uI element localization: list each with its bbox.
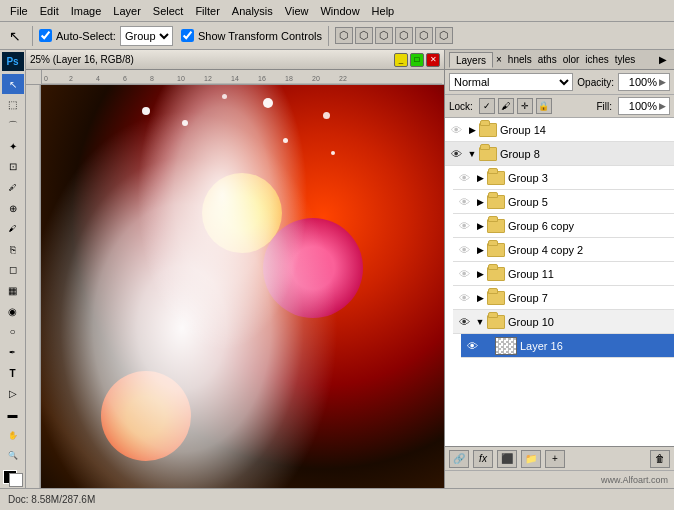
new-layer-btn[interactable]: + <box>545 450 565 468</box>
menu-window[interactable]: Window <box>314 3 365 19</box>
color-swatches[interactable] <box>2 469 24 488</box>
pen-tool[interactable]: ✒ <box>2 343 24 363</box>
hand-tool[interactable]: ✋ <box>2 425 24 445</box>
layer-item-group7[interactable]: 👁 ▶ Group 7 <box>453 286 674 310</box>
background-color[interactable] <box>9 473 23 487</box>
opacity-field[interactable]: ▶ <box>618 73 670 91</box>
layer-item-group3[interactable]: 👁 ▶ Group 3 <box>453 166 674 190</box>
layer-eye-layer16[interactable]: 👁 <box>463 337 481 355</box>
tab-channels[interactable]: × <box>493 53 505 66</box>
lock-image-btn[interactable]: 🖌 <box>498 98 514 114</box>
fill-field[interactable]: ▶ <box>618 97 670 115</box>
opacity-input[interactable] <box>619 76 659 88</box>
align-bottom-btn[interactable]: ⬡ <box>435 27 453 44</box>
delete-layer-btn[interactable]: 🗑 <box>650 450 670 468</box>
canvas-image[interactable]: www.ALFOART.COM <box>41 85 444 488</box>
layer-arrow-layer16[interactable]: ▶ <box>481 339 495 353</box>
stamp-tool[interactable] <box>2 240 24 260</box>
menu-image[interactable]: Image <box>65 3 108 19</box>
eyedropper-tool[interactable]: 🖋 <box>2 178 24 198</box>
text-tool[interactable]: T <box>2 363 24 383</box>
menu-analysis[interactable]: Analysis <box>226 3 279 19</box>
layer-arrow-group14[interactable]: ▶ <box>465 123 479 137</box>
blur-tool[interactable] <box>2 301 24 321</box>
menu-filter[interactable]: Filter <box>189 3 225 19</box>
align-left-btn[interactable]: ⬡ <box>335 27 353 44</box>
layer-arrow-group11[interactable]: ▶ <box>473 267 487 281</box>
tab-channels-label[interactable]: hnels <box>505 53 535 66</box>
layer-arrow-group4copy2[interactable]: ▶ <box>473 243 487 257</box>
layer-arrow-group7[interactable]: ▶ <box>473 291 487 305</box>
layer-item-group6copy[interactable]: 👁 ▶ Group 6 copy <box>453 214 674 238</box>
crop-tool[interactable] <box>2 157 24 177</box>
tab-paths[interactable]: aths <box>535 53 560 66</box>
align-top-btn[interactable]: ⬡ <box>395 27 413 44</box>
layer-eye-group8[interactable]: 👁 <box>447 145 465 163</box>
layer-eye-group7[interactable]: 👁 <box>455 289 473 307</box>
menu-select[interactable]: Select <box>147 3 190 19</box>
layer-item-group4copy2[interactable]: 👁 ▶ Group 4 copy 2 <box>453 238 674 262</box>
layer-arrow-group3[interactable]: ▶ <box>473 171 487 185</box>
gradient-tool[interactable]: ▦ <box>2 281 24 301</box>
layer-eye-group11[interactable]: 👁 <box>455 265 473 283</box>
fill-stepper[interactable]: ▶ <box>659 101 666 111</box>
tab-swatches[interactable]: iches <box>582 53 611 66</box>
magic-wand-tool[interactable] <box>2 136 24 156</box>
brush-tool[interactable]: 🖌 <box>2 219 24 239</box>
layer-eye-group5[interactable]: 👁 <box>455 193 473 211</box>
align-middle-btn[interactable]: ⬡ <box>415 27 433 44</box>
menu-file[interactable]: File <box>4 3 34 19</box>
layer-eye-group10[interactable]: 👁 <box>455 313 473 331</box>
tab-color[interactable]: olor <box>560 53 583 66</box>
lock-position-btn[interactable]: ✛ <box>517 98 533 114</box>
layer-item-group11[interactable]: 👁 ▶ Group 11 <box>453 262 674 286</box>
menu-view[interactable]: View <box>279 3 315 19</box>
add-mask-btn[interactable]: ⬛ <box>497 450 517 468</box>
menu-layer[interactable]: Layer <box>107 3 147 19</box>
menu-edit[interactable]: Edit <box>34 3 65 19</box>
layer-item-group8[interactable]: 👁 ▼ Group 8 <box>445 142 674 166</box>
lock-all-btn[interactable]: 🔒 <box>536 98 552 114</box>
maximize-button[interactable]: □ <box>410 53 424 67</box>
show-transform-checkbox[interactable] <box>181 29 194 42</box>
align-right-btn[interactable]: ⬡ <box>375 27 393 44</box>
fill-input[interactable] <box>619 100 659 112</box>
layer-arrow-group10[interactable]: ▼ <box>473 315 487 329</box>
auto-select-type[interactable]: Group Layer <box>120 26 173 46</box>
new-group-btn[interactable]: 📁 <box>521 450 541 468</box>
layer-eye-group4copy2[interactable]: 👁 <box>455 241 473 259</box>
auto-select-checkbox[interactable] <box>39 29 52 42</box>
lock-transparent-btn[interactable]: ✓ <box>479 98 495 114</box>
layer-eye-group3[interactable]: 👁 <box>455 169 473 187</box>
layer-item-group14[interactable]: 👁 ▶ Group 14 <box>445 118 674 142</box>
layer-item-layer16[interactable]: 👁 ▶ Layer 16 <box>461 334 674 358</box>
align-center-btn[interactable]: ⬡ <box>355 27 373 44</box>
layer-item-group10[interactable]: 👁 ▼ Group 10 <box>453 310 674 334</box>
shape-tool[interactable] <box>2 405 24 425</box>
path-select-tool[interactable] <box>2 384 24 404</box>
eraser-tool[interactable] <box>2 260 24 280</box>
tab-styles[interactable]: tyles <box>612 53 639 66</box>
layer-eye-group14[interactable]: 👁 <box>447 121 465 139</box>
zoom-tool[interactable]: 🔍 <box>2 446 24 466</box>
blend-mode-select[interactable]: Normal Multiply Screen Overlay <box>449 73 573 91</box>
opacity-stepper[interactable]: ▶ <box>659 77 666 87</box>
fx-btn[interactable]: fx <box>473 450 493 468</box>
layer-arrow-group6copy[interactable]: ▶ <box>473 219 487 233</box>
lasso-tool[interactable] <box>2 116 24 136</box>
move-tool[interactable] <box>2 74 24 94</box>
heal-tool[interactable] <box>2 198 24 218</box>
layer-arrow-group8[interactable]: ▼ <box>465 147 479 161</box>
tab-layers[interactable]: Layers <box>449 52 493 68</box>
close-button[interactable]: ✕ <box>426 53 440 67</box>
move-tool-options[interactable]: ↖ <box>4 25 26 47</box>
panel-menu-btn[interactable]: ▶ <box>656 54 670 65</box>
layer-eye-group6copy[interactable]: 👁 <box>455 217 473 235</box>
dodge-tool[interactable] <box>2 322 24 342</box>
menu-help[interactable]: Help <box>366 3 401 19</box>
minimize-button[interactable]: _ <box>394 53 408 67</box>
layer-item-group5[interactable]: 👁 ▶ Group 5 <box>453 190 674 214</box>
link-layers-btn[interactable]: 🔗 <box>449 450 469 468</box>
marquee-tool[interactable] <box>2 95 24 115</box>
layer-arrow-group5[interactable]: ▶ <box>473 195 487 209</box>
